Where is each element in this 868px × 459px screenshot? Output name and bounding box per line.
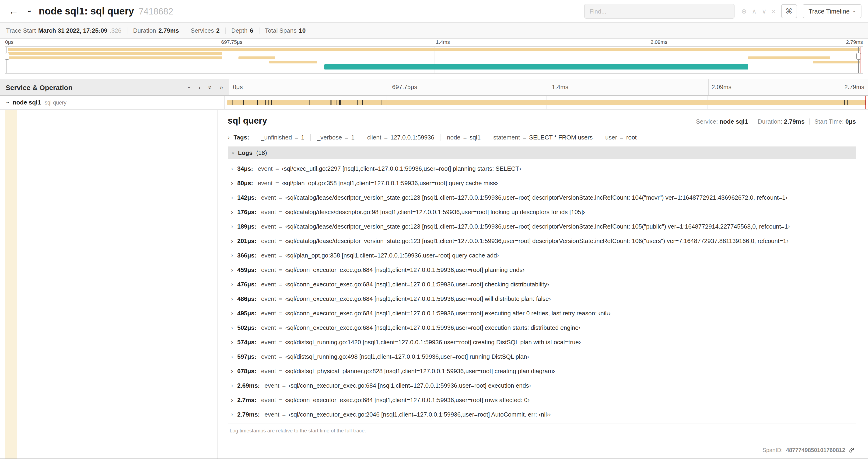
scrubber-grip[interactable] (5, 53, 9, 60)
log-value: ‹sql/catalog/lease/descriptor_version_st… (285, 223, 790, 230)
log-time: 495μs: (237, 309, 256, 317)
chevron-right-icon: › (231, 309, 233, 317)
clear-find-icon[interactable]: × (772, 8, 775, 14)
logs-header[interactable]: › Logs (18) (228, 146, 856, 159)
minimap-span (239, 57, 275, 59)
log-entry[interactable]: › 366μs: event = ‹sql/plan_opt.go:358 [n… (228, 248, 856, 263)
log-marker (335, 100, 335, 105)
timeline-tick: 2.79ms (844, 84, 864, 91)
logs-section: › Logs (18) › 34μs: event = ‹sql/exec_ut… (228, 146, 856, 437)
tag-chip: _unfinished = 1 (255, 134, 311, 141)
span-detail-meta: Service: node sql1 Duration: 2.79ms Star… (696, 118, 856, 125)
chevron-right-icon: › (231, 165, 233, 173)
collapse-trace-header-icon[interactable]: › (26, 10, 34, 12)
find-controls: ⊕ ∧ ∨ × (741, 8, 775, 14)
log-marker (268, 100, 269, 105)
log-marker (357, 100, 358, 105)
log-entry[interactable]: › 34μs: event = ‹sql/exec_util.go:2297 [… (228, 161, 856, 176)
meta-divider (752, 119, 753, 125)
back-arrow-icon: ← (9, 6, 19, 16)
prev-match-icon[interactable]: ∧ (752, 8, 757, 14)
span-color-strip (5, 110, 17, 459)
keyboard-shortcuts-button[interactable]: ⌘ (781, 4, 797, 18)
collapse-one-icon[interactable]: › (186, 86, 192, 88)
log-time: 142μs: (237, 194, 256, 201)
minimap-left-scrubber[interactable] (6, 47, 7, 73)
log-equals: = (279, 353, 282, 361)
log-entry[interactable]: › 459μs: event = ‹sql/conn_executor_exec… (228, 263, 856, 277)
chevron-right-icon: › (231, 223, 233, 230)
log-entry[interactable]: › 574μs: event = ‹sql/distsql_running.go… (228, 335, 856, 349)
log-entry[interactable]: › 678μs: event = ‹sql/distsql_physical_p… (228, 364, 856, 378)
log-time: 176μs: (237, 208, 256, 216)
span-track[interactable] (225, 96, 868, 109)
collapse-span-icon[interactable]: › (5, 101, 11, 103)
span-id-value: 4877749850101760812 (786, 447, 845, 453)
tag-chip: node = sql1 (440, 134, 487, 141)
tag-value: 1 (351, 134, 354, 141)
tag-key: node (447, 134, 460, 141)
log-marker (243, 100, 244, 105)
span-row[interactable]: › node sql1 sql query (0, 96, 868, 110)
log-entry[interactable]: › 597μs: event = ‹sql/distsql_running.go… (228, 349, 856, 364)
log-entry[interactable]: › 502μs: event = ‹sql/conn_executor_exec… (228, 321, 856, 335)
log-entry[interactable]: › 476μs: event = ‹sql/conn_executor_exec… (228, 277, 856, 292)
minimap-right-scrubber[interactable] (858, 47, 859, 73)
log-entry[interactable]: › 2.7ms: event = ‹sql/conn_executor_exec… (228, 393, 856, 407)
find-input[interactable] (584, 4, 735, 19)
log-equals: = (275, 179, 279, 187)
log-value: ‹sql/conn_executor_exec.go:2046 [nsql1,c… (288, 411, 551, 418)
span-id-label: SpanID: (763, 447, 783, 453)
collapse-all-icon[interactable]: » (207, 86, 213, 89)
log-value: ‹sql/conn_executor_exec.go:684 [nsql1,cl… (285, 295, 551, 303)
tag-value: 127.0.0.1:59936 (391, 134, 434, 141)
log-value: ‹sql/catalog/lease/descriptor_version_st… (285, 237, 788, 245)
tag-key: statement (493, 134, 520, 141)
tags-row[interactable]: › Tags: _unfinished = 1 _verbose = 1 cl (228, 134, 856, 141)
log-value: ‹sql/catalog/descs/descriptor.go:98 [nsq… (285, 208, 585, 216)
log-entry[interactable]: › 201μs: event = ‹sql/catalog/lease/desc… (228, 234, 856, 248)
log-value: ‹sql/conn_executor_exec.go:684 [nsql1,cl… (285, 396, 529, 404)
logs-label: Logs (238, 149, 252, 156)
chevron-right-icon: › (231, 295, 233, 303)
detail-service: Service: node sql1 (696, 118, 748, 125)
log-value: ‹sql/conn_executor_exec.go:684 [nsql1,cl… (285, 324, 581, 332)
log-equals: = (279, 295, 282, 303)
log-equals: = (279, 223, 282, 230)
next-match-icon[interactable]: ∨ (762, 8, 767, 14)
tags-label: Tags: (234, 134, 249, 141)
log-entry[interactable]: › 189μs: event = ‹sql/catalog/lease/desc… (228, 219, 856, 234)
log-entry[interactable]: › 2.79ms: event = ‹sql/conn_executor_exe… (228, 407, 856, 422)
back-button[interactable]: ← (6, 6, 21, 17)
log-entry[interactable]: › 486μs: event = ‹sql/conn_executor_exec… (228, 292, 856, 306)
summary-value: 10 (299, 27, 306, 34)
log-key: event (261, 338, 276, 346)
minimap-canvas[interactable] (5, 46, 863, 74)
link-icon[interactable] (848, 447, 855, 453)
log-entry[interactable]: › 142μs: event = ‹sql/catalog/lease/desc… (228, 190, 856, 205)
meta-divider (809, 119, 810, 125)
log-entry[interactable]: › 80μs: event = ‹sql/plan_opt.go:358 [ns… (228, 176, 856, 190)
log-marker (331, 100, 331, 105)
log-entry[interactable]: › 495μs: event = ‹sql/conn_executor_exec… (228, 306, 856, 321)
span-name-column[interactable]: › node sql1 sql query (0, 96, 225, 109)
timeline-tick: 2.09ms (712, 84, 732, 91)
chevron-right-icon: › (231, 208, 233, 216)
log-entry[interactable]: › 2.69ms: event = ‹sql/conn_executor_exe… (228, 378, 856, 393)
tag-equals: = (523, 134, 526, 141)
span-detail-header: sql query Service: node sql1 Duration: 2… (228, 116, 856, 126)
scrubber-grip[interactable] (856, 53, 861, 60)
expand-one-icon[interactable]: › (198, 84, 200, 90)
log-marker (844, 100, 845, 105)
trace-view-dropdown[interactable]: Trace Timeline › (802, 4, 862, 18)
log-entry[interactable]: › 176μs: event = ‹sql/catalog/descs/desc… (228, 205, 856, 219)
span-detail-title: sql query (228, 116, 267, 126)
log-time: 574μs: (237, 338, 256, 346)
log-value: ‹sql/plan_opt.go:358 [nsql1,client=127.0… (285, 252, 499, 259)
tag-equals: = (295, 134, 298, 141)
log-marker (265, 100, 266, 105)
log-equals: = (279, 252, 282, 259)
log-value: ‹sql/conn_executor_exec.go:684 [nsql1,cl… (285, 266, 525, 274)
focus-match-icon[interactable]: ⊕ (741, 8, 746, 14)
expand-all-icon[interactable]: » (220, 84, 223, 90)
